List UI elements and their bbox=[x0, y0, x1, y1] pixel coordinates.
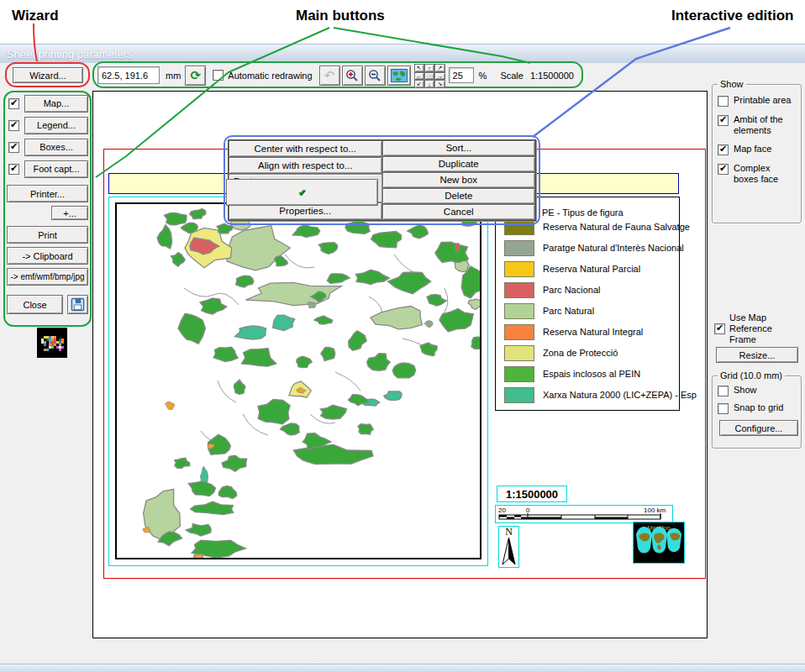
use-map-frame-item: Use Map Reference Frame bbox=[712, 312, 802, 345]
legend-item: Espais inclosos al PEIN bbox=[504, 365, 640, 382]
pan-up-right-button[interactable]: ↗ bbox=[434, 64, 445, 72]
svg-text:100 km: 100 km bbox=[644, 507, 666, 514]
pan-down-right-button[interactable]: ↘ bbox=[434, 80, 445, 88]
legend-button[interactable]: Legend... bbox=[24, 117, 88, 134]
save-button[interactable] bbox=[67, 295, 88, 314]
miramon-world-logo: MiraMon bbox=[634, 522, 684, 563]
use-map-frame-label: Use Map Reference Frame bbox=[729, 312, 781, 345]
font-options-zone: Font: Resize Constant ✔ bbox=[229, 174, 382, 202]
grid-group-title: Grid (10.0 mm) bbox=[718, 370, 785, 381]
sort-button[interactable]: Sort... bbox=[382, 140, 536, 156]
delete-button[interactable]: Delete bbox=[382, 188, 536, 204]
legend-swatch bbox=[504, 303, 534, 319]
ambit-checkbox[interactable] bbox=[718, 115, 729, 126]
green-check-icon: ✔ bbox=[297, 186, 306, 198]
duplicate-button[interactable]: Duplicate bbox=[382, 156, 536, 172]
close-button[interactable]: Close bbox=[7, 295, 63, 314]
pan-left-button[interactable]: ← bbox=[414, 72, 424, 80]
scale-bar-box[interactable]: 20 0 100 km bbox=[495, 505, 673, 523]
scale-text-box[interactable]: 1:1500000 bbox=[497, 486, 567, 502]
cursor-coordinates-field[interactable] bbox=[97, 66, 160, 84]
map-face[interactable] bbox=[117, 204, 480, 558]
pan-up-button[interactable]: ↑ bbox=[424, 64, 434, 72]
printer-button[interactable]: Printer... bbox=[7, 185, 88, 202]
show-group-title: Show bbox=[718, 79, 746, 89]
use-map-frame-checkbox[interactable] bbox=[714, 323, 725, 334]
svg-text:0: 0 bbox=[526, 507, 530, 514]
automatic-redrawing-label: Automatic redrawing bbox=[228, 71, 312, 81]
copy-to-clipboard-button[interactable]: -> Clipboard bbox=[7, 247, 88, 265]
zoom-percent-field[interactable] bbox=[449, 67, 474, 83]
resize-button[interactable]: Resize... bbox=[716, 347, 798, 363]
printable-area-item: Printable area bbox=[718, 95, 797, 107]
legend-swatch bbox=[504, 240, 534, 256]
grid-groupbox: Grid (10.0 mm) Show Snap to grid Configu… bbox=[712, 375, 802, 449]
pan-center-button[interactable] bbox=[424, 72, 434, 80]
zoom-out-button[interactable] bbox=[365, 66, 386, 86]
print-button[interactable]: Print bbox=[7, 226, 88, 244]
grid-show-checkbox[interactable] bbox=[718, 386, 729, 396]
export-image-button[interactable]: -> emf/wmf/bmp/jpg bbox=[7, 268, 88, 286]
center-with-respect-button[interactable]: Center with respect to... bbox=[229, 140, 382, 157]
scale-value: 1:1500000 bbox=[530, 71, 574, 81]
boxes-checkbox[interactable] bbox=[8, 142, 19, 153]
align-with-respect-button[interactable]: Align with respect to... bbox=[229, 157, 382, 174]
configure-grid-button[interactable]: Configure... bbox=[719, 420, 798, 436]
legend-item: Paratge Natural d'Interès Nacional bbox=[504, 239, 684, 256]
complex-boxes-checkbox[interactable] bbox=[718, 164, 729, 175]
undo-button[interactable]: ↶ bbox=[319, 66, 340, 86]
interactive-edition-callout-label: Interactive edition bbox=[671, 8, 793, 24]
snap-to-grid-checkbox[interactable] bbox=[718, 403, 729, 414]
pan-down-left-button[interactable]: ↙ bbox=[414, 80, 424, 88]
scale-bar: 20 0 100 km bbox=[496, 506, 672, 522]
north-arrow-box[interactable]: N bbox=[498, 526, 519, 568]
ambit-label: Ambit of the elements bbox=[734, 114, 789, 136]
pan-right-button[interactable]: → bbox=[434, 72, 445, 80]
foot-caption-row: Foot capt... bbox=[7, 160, 88, 178]
svg-text:20: 20 bbox=[498, 507, 506, 514]
boxes-button[interactable]: Boxes... bbox=[24, 139, 88, 156]
legend-swatch bbox=[504, 282, 534, 298]
legend-swatch bbox=[504, 324, 534, 340]
undo-icon: ↶ bbox=[324, 69, 335, 81]
edit-context-menu: Center with respect to... Align with res… bbox=[228, 139, 536, 221]
complex-boxes-label: Complex boxes face bbox=[734, 163, 784, 185]
complex-boxes-item: Complex boxes face bbox=[718, 163, 797, 185]
cancel-button[interactable]: Cancel bbox=[382, 204, 536, 220]
pan-down-button[interactable]: ↓ bbox=[424, 80, 434, 88]
redraw-button[interactable]: ⟳ bbox=[185, 66, 206, 86]
map-frame[interactable] bbox=[115, 202, 481, 559]
legend-checkbox[interactable] bbox=[8, 120, 19, 131]
percent-label: % bbox=[479, 71, 487, 81]
legend-swatch bbox=[504, 387, 534, 403]
miramon-logo-box[interactable]: MiraMon bbox=[633, 522, 685, 564]
legend-swatch bbox=[504, 345, 534, 361]
legend-box[interactable]: PE - Tipus de figura Reserva Natural de … bbox=[495, 197, 680, 411]
map-face-checkbox[interactable] bbox=[718, 144, 729, 155]
world-map-icon bbox=[391, 69, 408, 82]
snap-to-grid-label: Snap to grid bbox=[734, 402, 783, 413]
printer-plus-button[interactable]: +... bbox=[51, 206, 88, 220]
map-button[interactable]: Map... bbox=[24, 95, 88, 113]
automatic-redrawing-checkbox[interactable] bbox=[213, 70, 224, 81]
legend-row: Legend... bbox=[7, 116, 88, 134]
printable-area-checkbox[interactable] bbox=[718, 96, 729, 107]
apply-button[interactable]: ✔ bbox=[226, 179, 378, 206]
foot-caption-checkbox[interactable] bbox=[8, 164, 19, 175]
foot-caption-button[interactable]: Foot capt... bbox=[24, 160, 88, 178]
snap-to-grid-item: Snap to grid bbox=[718, 402, 797, 414]
wizard-button[interactable]: Wizard... bbox=[13, 67, 83, 83]
grid-show-label: Show bbox=[734, 385, 757, 396]
zoom-in-icon bbox=[345, 69, 359, 82]
legend-item: Parc Nacional bbox=[504, 281, 600, 298]
full-extent-button[interactable] bbox=[387, 66, 411, 86]
floppy-disk-icon bbox=[71, 297, 85, 312]
zoom-in-button[interactable] bbox=[342, 66, 363, 86]
legend-title: PE - Tipus de figura bbox=[542, 207, 623, 218]
map-checkbox[interactable] bbox=[8, 98, 19, 109]
pan-up-left-button[interactable]: ↖ bbox=[414, 64, 424, 72]
printable-area-label: Printable area bbox=[734, 95, 792, 106]
new-box-button[interactable]: New box bbox=[382, 172, 536, 188]
legend-swatch bbox=[504, 261, 534, 277]
menu-right-column: Sort... Duplicate New box Delete Cancel bbox=[382, 140, 536, 220]
